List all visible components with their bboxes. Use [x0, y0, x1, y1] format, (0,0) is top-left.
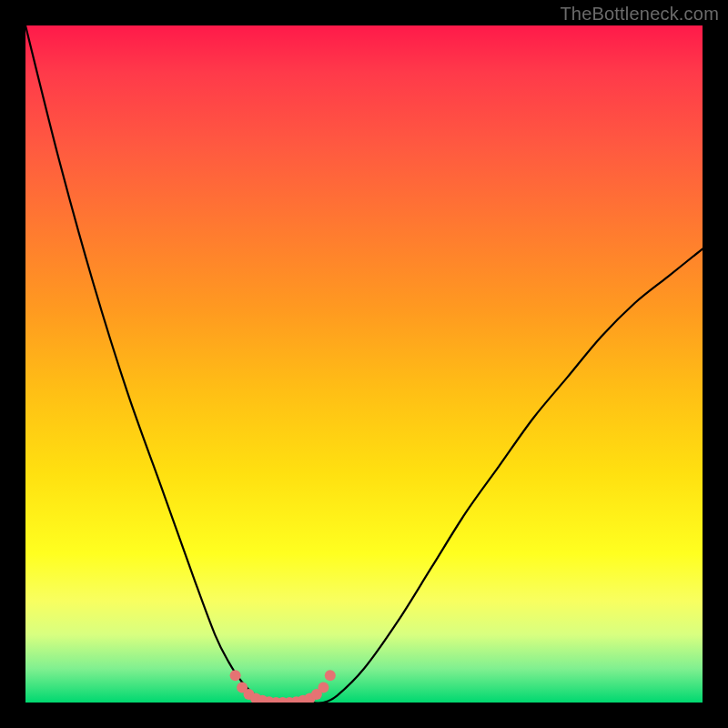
curve-path [25, 25, 703, 703]
trough-marker-dot [318, 682, 329, 693]
trough-marker-dot [230, 670, 241, 681]
bottleneck-curve [25, 25, 703, 703]
chart-frame: TheBottleneck.com [0, 0, 728, 728]
trough-markers [230, 670, 336, 703]
trough-marker-dot [325, 670, 336, 681]
watermark-text: TheBottleneck.com [560, 4, 719, 25]
plot-area [25, 25, 703, 703]
